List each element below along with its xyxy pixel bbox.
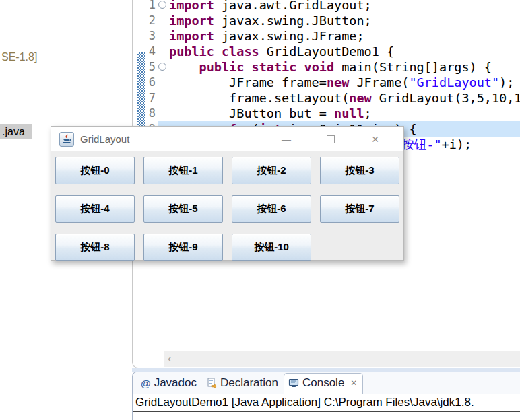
code-text: import javax.swing.JButton;: [169, 13, 520, 28]
close-button[interactable]: ✕: [370, 134, 381, 145]
line-number: 3: [133, 28, 156, 44]
java-coffee-cup-icon: [59, 132, 74, 147]
fold-spacer: [156, 106, 169, 121]
code-line[interactable]: 3import javax.swing.JFrame;: [133, 28, 520, 44]
app-window-titlebar[interactable]: GridLayout — ✕: [51, 127, 403, 151]
grid-button[interactable]: 按钮-7: [320, 195, 399, 223]
code-line[interactable]: 8 JButton but = null;: [133, 106, 520, 121]
code-line[interactable]: 6 JFrame frame=new JFrame("GridLayout");: [133, 75, 520, 90]
tab-label: Javadoc: [154, 376, 197, 390]
grid-button[interactable]: 按钮-10: [232, 234, 311, 261]
explorer-selected-file-fragment[interactable]: .java: [0, 124, 32, 139]
code-text: JButton but = null;: [169, 106, 520, 121]
button-grid: 按钮-0按钮-1按钮-2按钮-3按钮-4按钮-5按钮-6按钮-7按钮-8按钮-9…: [51, 151, 403, 261]
code-line[interactable]: 7 frame.setLayout(new GridLayout(3,5,10,…: [133, 90, 520, 106]
grid-button[interactable]: 按钮-0: [55, 157, 135, 184]
code-text: public static void main(String[]args) {: [169, 59, 520, 75]
tab-console[interactable]: Console ✕: [284, 373, 363, 394]
line-number: 6: [133, 75, 156, 90]
fold-collapse-icon[interactable]: [156, 59, 169, 75]
code-text: JFrame frame=new JFrame("GridLayout");: [169, 75, 520, 90]
line-number: 5: [133, 59, 156, 75]
declaration-icon: [206, 378, 217, 388]
eclipse-workbench: SE-1.8] .java 1import java.awt.GridLayou…: [0, 0, 520, 420]
fold-spacer: [156, 90, 169, 106]
scroll-left-icon[interactable]: ‹: [168, 352, 172, 365]
line-number: 8: [133, 106, 156, 121]
app-window-title: GridLayout: [80, 133, 281, 145]
tab-label: Console: [302, 376, 344, 390]
grid-button[interactable]: 按钮-9: [143, 234, 223, 261]
jre-library-label-fragment: SE-1.8]: [1, 51, 37, 63]
tab-javadoc[interactable]: @ Javadoc: [137, 374, 202, 394]
line-number: 4: [133, 44, 156, 59]
window-controls: — ✕: [281, 134, 381, 145]
code-line[interactable]: 5 public static void main(String[]args) …: [133, 59, 520, 75]
bottom-view-panel: @ Javadoc Declaration Console ✕: [132, 372, 520, 420]
fold-spacer: [156, 75, 169, 90]
tab-declaration[interactable]: Declaration: [202, 374, 284, 394]
minimize-button[interactable]: —: [281, 134, 292, 145]
grid-button[interactable]: 按钮-1: [143, 157, 223, 184]
code-text: import javax.swing.JFrame;: [169, 28, 520, 44]
fold-spacer: [156, 44, 169, 59]
fold-collapse-icon[interactable]: [156, 0, 169, 13]
code-line[interactable]: 4public class GridLayoutDemo1 {: [133, 44, 520, 59]
grid-button[interactable]: 按钮-8: [55, 234, 135, 261]
code-text: frame.setLayout(new GridLayout(3,5,10,16…: [169, 90, 520, 106]
tab-close-icon[interactable]: ✕: [350, 378, 357, 388]
code-line[interactable]: 1import java.awt.GridLayout;: [133, 0, 520, 13]
tab-label: Declaration: [220, 376, 278, 390]
grid-button[interactable]: 按钮-3: [320, 157, 399, 184]
view-tab-bar: @ Javadoc Declaration Console ✕: [133, 372, 520, 394]
code-text: public class GridLayoutDemo1 {: [169, 44, 520, 59]
grid-button[interactable]: 按钮-6: [232, 195, 311, 223]
code-text: import java.awt.GridLayout;: [169, 0, 520, 13]
console-icon: [288, 378, 299, 388]
gridlayout-app-window[interactable]: GridLayout — ✕ 按钮-0按钮-1按钮-2按钮-3按钮-4按钮-5按…: [51, 126, 404, 261]
grid-button[interactable]: 按钮-5: [143, 195, 223, 223]
grid-button[interactable]: 按钮-2: [232, 157, 311, 184]
grid-button[interactable]: 按钮-4: [55, 195, 135, 223]
console-process-label: GridLayoutDemo1 [Java Application] C:\Pr…: [133, 394, 520, 412]
code-line[interactable]: 2import javax.swing.JButton;: [133, 13, 520, 28]
line-number: 1: [133, 0, 156, 13]
line-number: 7: [133, 90, 156, 106]
fold-spacer: [156, 13, 169, 28]
line-number: 2: [133, 13, 156, 28]
horizontal-scrollbar[interactable]: ‹: [164, 351, 520, 367]
fold-spacer: [156, 28, 169, 44]
maximize-button[interactable]: [327, 135, 335, 143]
at-icon: @: [141, 378, 151, 389]
